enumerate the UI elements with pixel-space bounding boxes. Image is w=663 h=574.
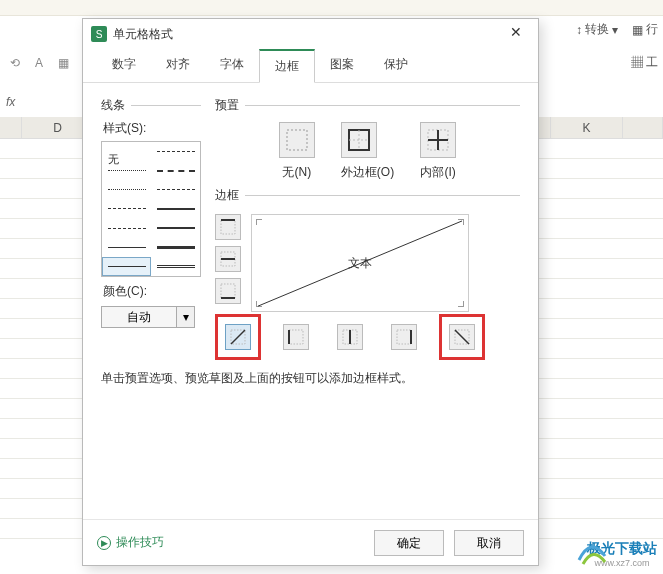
site-watermark: 极光下载站 www.xz7.com: [587, 540, 657, 568]
tab-border[interactable]: 边框: [259, 49, 315, 83]
cancel-button[interactable]: 取消: [454, 530, 524, 556]
line-style-opt[interactable]: [151, 219, 200, 238]
color-value[interactable]: 自动: [101, 306, 177, 328]
dialog-tabs: 数字 对齐 字体 边框 图案 保护: [83, 49, 538, 83]
close-icon[interactable]: ✕: [502, 24, 530, 44]
app-icon: S: [91, 26, 107, 42]
svg-rect-7: [221, 220, 235, 234]
play-icon: ▶: [97, 536, 111, 550]
border-legend: 边框: [215, 187, 245, 204]
style-label: 样式(S):: [103, 120, 201, 137]
tab-protect[interactable]: 保护: [369, 49, 423, 82]
dialog-title: 单元格格式: [113, 26, 502, 43]
line-style-opt[interactable]: [151, 199, 200, 218]
quick-access-icons: ⟲ A ▦: [8, 56, 70, 70]
line-style-opt[interactable]: [151, 238, 200, 257]
ribbon-convert[interactable]: ↕ 转换 ▾: [576, 21, 618, 38]
ok-button[interactable]: 确定: [374, 530, 444, 556]
preset-outer-button[interactable]: [341, 122, 377, 158]
preset-legend: 预置: [215, 97, 245, 114]
preset-outer-label: 外边框(O): [341, 164, 394, 181]
preset-inner-label: 内部(I): [420, 164, 456, 181]
preset-none-label: 无(N): [279, 164, 315, 181]
line-style-opt[interactable]: [102, 180, 151, 199]
dialog-footer: ▶ 操作技巧 确定 取消: [83, 519, 538, 565]
border-fieldset: 边框: [215, 187, 520, 204]
svg-line-15: [231, 330, 245, 344]
preset-inner-button[interactable]: [420, 122, 456, 158]
ribbon-tool[interactable]: ▦ 工: [631, 54, 658, 71]
line-style-opt[interactable]: [102, 199, 151, 218]
line-legend: 线条: [101, 97, 131, 114]
line-style-none[interactable]: 无: [102, 142, 151, 161]
line-style-thin-selected[interactable]: [102, 257, 151, 276]
tab-pattern[interactable]: 图案: [315, 49, 369, 82]
highlight-diag-down: [445, 320, 479, 354]
preview-text: 文本: [348, 255, 372, 272]
line-style-opt[interactable]: [102, 161, 151, 180]
border-diag-up-button[interactable]: [225, 324, 251, 350]
svg-rect-11: [221, 284, 235, 298]
line-style-opt[interactable]: [151, 161, 200, 180]
col-header[interactable]: K: [551, 117, 623, 138]
ribbon-row[interactable]: ▦ 行: [632, 21, 658, 38]
tab-font[interactable]: 字体: [205, 49, 259, 82]
svg-rect-0: [287, 130, 307, 150]
svg-rect-16: [289, 330, 303, 344]
border-right-button[interactable]: [391, 324, 417, 350]
tips-label: 操作技巧: [116, 534, 164, 551]
border-diag-down-button[interactable]: [449, 324, 475, 350]
cell-format-dialog: S 单元格格式 ✕ 数字 对齐 字体 边框 图案 保护 线条 样式(S): 无: [82, 18, 539, 566]
border-left-button[interactable]: [283, 324, 309, 350]
color-dropdown[interactable]: 自动 ▾: [101, 306, 201, 328]
line-style-opt[interactable]: [102, 238, 151, 257]
line-style-opt[interactable]: [151, 180, 200, 199]
icon-b[interactable]: A: [32, 56, 46, 70]
icon-a[interactable]: ⟲: [8, 56, 22, 70]
col-header[interactable]: [623, 117, 663, 138]
border-preview[interactable]: 文本: [251, 214, 469, 312]
svg-rect-20: [397, 330, 411, 344]
border-hmiddle-button[interactable]: [215, 246, 241, 272]
line-fieldset: 线条: [101, 97, 201, 114]
tab-number[interactable]: 数字: [97, 49, 151, 82]
tips-link[interactable]: ▶ 操作技巧: [97, 534, 164, 551]
line-style-opt[interactable]: [102, 219, 151, 238]
preset-fieldset: 预置: [215, 97, 520, 114]
color-label: 颜色(C):: [103, 283, 201, 300]
border-vmiddle-button[interactable]: [337, 324, 363, 350]
svg-line-23: [455, 330, 469, 344]
line-style-picker[interactable]: 无: [101, 141, 201, 277]
line-style-opt[interactable]: [151, 142, 200, 161]
col-header[interactable]: [0, 117, 22, 138]
line-style-double[interactable]: [151, 257, 200, 276]
window-top-strip: [0, 0, 663, 16]
formula-bar-fx[interactable]: fx: [6, 95, 15, 109]
info-text: 单击预置选项、预览草图及上面的按钮可以添加边框样式。: [101, 370, 520, 387]
border-bottom-button[interactable]: [215, 278, 241, 304]
chevron-down-icon[interactable]: ▾: [177, 306, 195, 328]
dialog-titlebar: S 单元格格式 ✕: [83, 19, 538, 49]
border-top-button[interactable]: [215, 214, 241, 240]
preset-none-button[interactable]: [279, 122, 315, 158]
icon-c[interactable]: ▦: [56, 56, 70, 70]
tab-align[interactable]: 对齐: [151, 49, 205, 82]
highlight-diag-up: [221, 320, 255, 354]
